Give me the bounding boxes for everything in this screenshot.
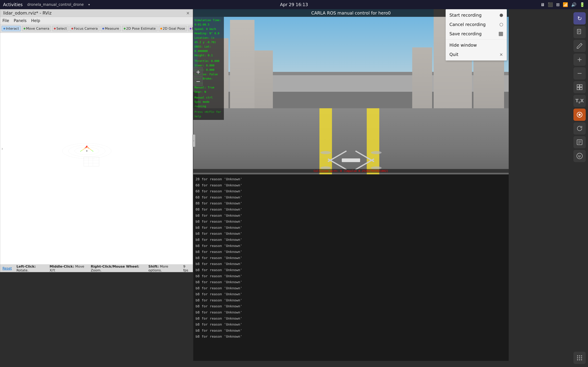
hud-location: Location: (x 45.2 y -0.70) xyxy=(194,36,223,44)
svg-point-14 xyxy=(82,150,83,150)
building-left-2 xyxy=(230,20,254,112)
toolbar-2d-goal[interactable]: 2D Goal Pose xyxy=(159,26,187,31)
sidebar-edit-icon[interactable] xyxy=(573,40,586,52)
save-recording-label: Save recording xyxy=(450,31,482,36)
console-line: b8 for reason 'Unknown' xyxy=(196,255,506,261)
collapse-handle[interactable]: › xyxy=(192,134,195,147)
hud-heading: Heading: N° 0.0 xyxy=(194,31,223,36)
svg-text:U: U xyxy=(578,154,581,158)
console-line: b8 for reason 'Unknown' xyxy=(196,225,506,231)
svg-point-18 xyxy=(80,151,81,151)
cancel-recording-item[interactable]: Cancel recording xyxy=(446,20,507,29)
rviz-statusbar: Reset Left-Click: Rotate. Middle-Click: … xyxy=(0,264,193,272)
quit-close-icon: × xyxy=(500,52,503,57)
svg-point-41 xyxy=(579,114,581,116)
svg-point-12 xyxy=(83,150,83,150)
sidebar-doc-icon[interactable] xyxy=(573,136,586,148)
svg-point-19 xyxy=(93,151,93,151)
monitor-icon: 🖥 xyxy=(540,2,545,7)
svg-point-5 xyxy=(88,147,89,148)
svg-point-16 xyxy=(81,150,82,151)
console-line: 08 for reason 'Unknown' xyxy=(196,206,506,213)
zoom-in-button[interactable]: + xyxy=(194,67,203,76)
sidebar-panel-icon[interactable] xyxy=(573,81,586,93)
console-line: b8 for reason 'Unknown' xyxy=(196,237,506,243)
svg-point-17 xyxy=(92,150,93,151)
start-recording-item[interactable]: Start recording xyxy=(446,10,507,20)
console-line: b8 for reason 'Unknown' xyxy=(196,261,506,267)
console-line: b8 for reason 'Unknown' xyxy=(196,327,506,334)
chevron-down-icon[interactable]: ▾ xyxy=(88,3,90,6)
vscode-icon[interactable]: ⬛ xyxy=(548,2,553,7)
svg-point-56 xyxy=(581,359,582,360)
toolbar-move-camera[interactable]: Move Camera xyxy=(22,26,51,31)
svg-point-8 xyxy=(86,147,86,148)
sidebar-zoom-out-icon[interactable] xyxy=(573,67,586,80)
sidebar-update-icon[interactable] xyxy=(573,122,586,134)
activities-label[interactable]: Activities xyxy=(3,2,23,7)
console-line: b8 for reason 'Unknown' xyxy=(196,213,506,219)
toolbar-focus-camera[interactable]: Focus Camera xyxy=(70,26,99,31)
svg-point-6 xyxy=(84,148,85,149)
console-line: 68 for reason 'Unknown' xyxy=(196,194,506,200)
drone-body xyxy=(342,158,360,162)
save-recording-item[interactable]: Save recording xyxy=(446,29,507,39)
toolbar-interact[interactable]: Interact xyxy=(2,26,21,31)
sidebar-apps-icon[interactable] xyxy=(573,352,586,364)
console-line: b8 for reason 'Unknown' xyxy=(196,267,506,273)
menu-help[interactable]: Help xyxy=(31,18,40,23)
right-sidebar: ↻ TEX xyxy=(571,9,588,367)
console-line: b8 for reason 'Unknown' xyxy=(196,249,506,255)
toolbar-2d-pose[interactable]: 2D Pose Estimate xyxy=(122,26,157,31)
hide-window-item[interactable]: Hide window xyxy=(446,41,507,50)
svg-point-13 xyxy=(90,149,91,150)
viewport-arrow-left[interactable]: › xyxy=(1,146,3,151)
building-right-3 xyxy=(412,47,432,112)
hud-steer: Steer: 0.000 xyxy=(194,63,223,68)
sidebar-zoom-in-icon[interactable] xyxy=(573,53,586,66)
rviz-title: lidar_odom.rviz* - RViz xyxy=(3,10,52,16)
zoom-out-button[interactable]: − xyxy=(194,77,203,86)
reset-button[interactable]: Reset xyxy=(2,266,12,270)
middle-click-label: Middle-Click: Move X/Y. xyxy=(50,265,86,272)
collision-text: Collision with: 0 (impulse 0.25201755762… xyxy=(193,169,509,173)
toolbar-publish-point[interactable]: Publish Point xyxy=(188,26,193,31)
svg-point-54 xyxy=(577,359,578,360)
menu-file[interactable]: File xyxy=(2,18,9,23)
svg-point-52 xyxy=(579,357,580,358)
sidebar-refresh-icon[interactable]: ↻ xyxy=(573,12,586,25)
app-name-label[interactable]: dronela_manual_control_drone xyxy=(27,2,84,7)
svg-point-53 xyxy=(581,357,582,358)
menu-panels[interactable]: Panels xyxy=(14,18,27,23)
svg-point-15 xyxy=(91,150,92,150)
system-bar-right: 🖥 ⬛ ⊞ 📶 🔊 🔋 xyxy=(540,2,585,7)
hud-manual: Manual: True xyxy=(194,85,223,90)
rviz-window: lidar_odom.rviz* - RViz × File Panels He… xyxy=(0,9,193,272)
svg-point-49 xyxy=(579,355,580,357)
hud-height: Height: 0.1 xyxy=(194,53,223,58)
toolbar-measure[interactable]: Measure xyxy=(101,26,121,31)
sidebar-unreal-icon[interactable]: U xyxy=(573,150,586,162)
hud-manual-ctrl: Manual ctrl xyxy=(194,95,223,100)
rviz-viewport[interactable]: › xyxy=(0,33,193,264)
quit-item[interactable]: Quit × xyxy=(446,50,507,59)
console-line: b8 for reason 'Unknown' xyxy=(196,243,506,249)
sidebar-pdf-icon[interactable] xyxy=(573,26,586,38)
start-recording-radio xyxy=(500,14,503,17)
right-click-label: Right-Click/Mouse Wheel: Zoom. xyxy=(91,265,144,272)
console-line: b8 for reason 'Unknown' xyxy=(196,273,506,279)
building-left-3 xyxy=(254,50,273,112)
volume-icon: 🔊 xyxy=(571,2,577,7)
sidebar-tex-icon[interactable]: TEX xyxy=(573,95,586,107)
console-line: b8 for reason 'Unknown' xyxy=(196,309,506,316)
console-line: b8 for reason 'Unknown' xyxy=(196,231,506,237)
left-click-label: Left-Click: Rotate. xyxy=(16,265,45,272)
rviz-menubar: File Panels Help xyxy=(0,17,193,24)
rviz-close-button[interactable]: × xyxy=(186,10,190,16)
svg-point-11 xyxy=(90,149,90,149)
sidebar-color-wheel-icon[interactable] xyxy=(573,108,586,121)
toolbar-select[interactable]: Select xyxy=(52,26,69,31)
lidar-pointcloud xyxy=(56,130,117,168)
start-recording-label: Start recording xyxy=(450,13,482,18)
shift-label: Shift: More options. xyxy=(148,265,179,272)
